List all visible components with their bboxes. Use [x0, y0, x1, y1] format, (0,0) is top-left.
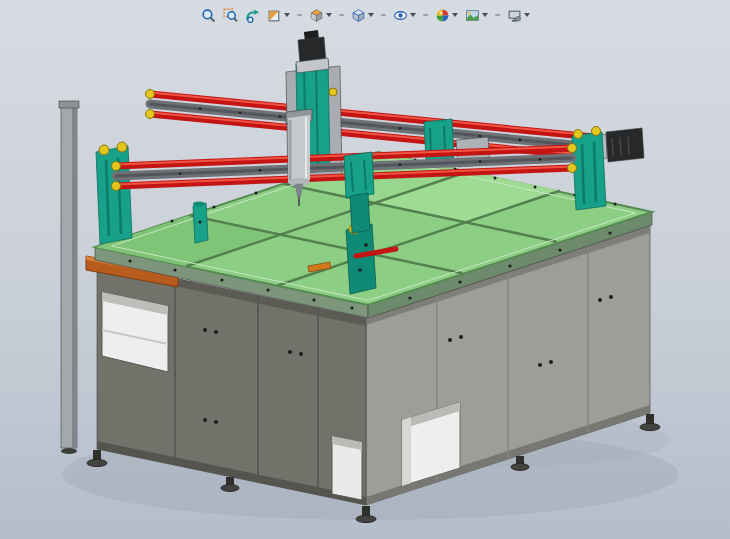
- left-gantry-tower[interactable]: [96, 142, 132, 244]
- zoom-to-area-icon: [223, 8, 238, 23]
- leveling-foot: [640, 414, 660, 431]
- display-style-button[interactable]: [349, 5, 376, 25]
- carriage-link: [350, 193, 370, 233]
- zoom-to-area-button[interactable]: [221, 5, 240, 25]
- toolbar-separator: [381, 14, 386, 16]
- front-carriage: [344, 152, 374, 198]
- view-settings-icon: [507, 8, 522, 23]
- toolbar-separator: [339, 14, 344, 16]
- apply-scene-button[interactable]: [463, 5, 490, 25]
- zoom-to-fit-button[interactable]: [199, 5, 218, 25]
- dropdown-caret: [452, 13, 458, 17]
- z-motor: [296, 30, 329, 73]
- right-gantry-tower[interactable]: [572, 127, 606, 211]
- view-orientation-icon: [309, 8, 324, 23]
- dropdown-caret: [368, 13, 374, 17]
- view-settings-button[interactable]: [505, 5, 532, 25]
- machine-model[interactable]: [0, 0, 730, 539]
- hide-show-items-icon: [393, 8, 408, 23]
- dropdown-caret: [524, 13, 530, 17]
- section-view-icon: [267, 8, 282, 23]
- edit-appearance-icon: [435, 8, 450, 23]
- previous-view-button[interactable]: [243, 5, 262, 25]
- cad-application-window: [0, 0, 730, 539]
- side-support-post[interactable]: [59, 101, 79, 454]
- section-view-button[interactable]: [265, 5, 292, 25]
- zoom-to-fit-icon: [201, 8, 216, 23]
- previous-view-icon: [245, 8, 260, 23]
- cad-viewport[interactable]: [0, 0, 730, 539]
- toolbar-separator: [423, 14, 428, 16]
- axis-motor: [598, 128, 644, 162]
- dropdown-caret: [284, 13, 290, 17]
- dropdown-caret: [326, 13, 332, 17]
- toolbar-separator: [495, 14, 500, 16]
- clamp-bracket: [193, 202, 208, 244]
- edit-appearance-button[interactable]: [433, 5, 460, 25]
- display-style-icon: [351, 8, 366, 23]
- dropdown-caret: [410, 13, 416, 17]
- open-compartment-front: [332, 436, 362, 500]
- view-orientation-button[interactable]: [307, 5, 334, 25]
- apply-scene-icon: [465, 8, 480, 23]
- toolbar-separator: [297, 14, 302, 16]
- dropdown-caret: [482, 13, 488, 17]
- hide-show-items-button[interactable]: [391, 5, 418, 25]
- heads-up-view-toolbar: [0, 4, 730, 26]
